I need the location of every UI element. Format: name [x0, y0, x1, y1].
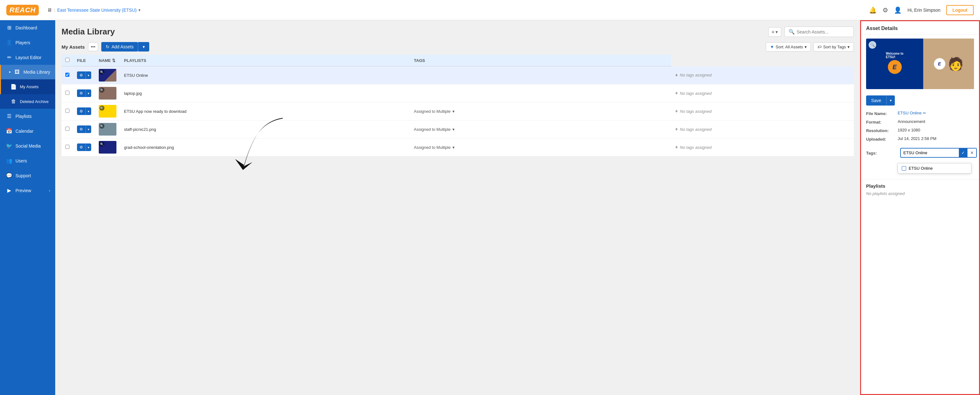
- tag-checkbox[interactable]: [902, 166, 906, 171]
- etsu-logo-circle: E: [888, 60, 902, 74]
- my-assets-icon: 📄: [10, 84, 17, 90]
- sort-by-tags-button[interactable]: 🏷 Sort by Tags ▾: [813, 42, 854, 51]
- sidebar-item-social-media[interactable]: 🐦 Social Media: [0, 138, 55, 153]
- tags-cell: + No tags assigned: [675, 90, 850, 96]
- logout-button[interactable]: Logout: [946, 5, 974, 15]
- settings-icon[interactable]: ⚙: [883, 6, 888, 14]
- playlist-expand-icon[interactable]: ▾: [452, 127, 455, 132]
- row-action-group: ⚙ ▾: [77, 90, 91, 97]
- row-action-button[interactable]: ⚙: [77, 144, 86, 151]
- row-checkbox-cell[interactable]: [62, 138, 73, 157]
- sidebar-item-layout-editor[interactable]: ✏ Layout Editor: [0, 50, 55, 65]
- row-thumbnail-cell: 🔍: [95, 102, 120, 120]
- sidebar-item-dashboard[interactable]: ⊞ Dashboard: [0, 20, 55, 35]
- table-row[interactable]: ⚙ ▾ 🔍 staff-picnic21.png: [62, 120, 854, 138]
- sidebar-item-playlists[interactable]: ☰ Playlists: [0, 109, 55, 123]
- uploaded-value: Jul 14, 2021 2:58 PM: [898, 136, 937, 141]
- users-icon: 👥: [6, 158, 12, 164]
- add-tag-button[interactable]: +: [675, 144, 678, 150]
- row-checkbox[interactable]: [65, 127, 69, 131]
- user-icon[interactable]: 👤: [894, 6, 902, 14]
- row-checkbox-cell[interactable]: [62, 66, 73, 85]
- row-action-button[interactable]: ⚙: [77, 90, 86, 97]
- row-checkbox[interactable]: [65, 73, 69, 77]
- add-tag-button[interactable]: +: [675, 109, 678, 114]
- row-action-dropdown-button[interactable]: ▾: [86, 107, 91, 115]
- table-row[interactable]: ⚙ ▾ 🔍 grad-school-orientation.png: [62, 138, 854, 157]
- row-name-cell: laptop.jpg: [120, 85, 410, 102]
- uploaded-row: Uploaded: Jul 14, 2021 2:58 PM: [866, 136, 974, 142]
- row-action-cell: ⚙ ▾: [73, 66, 95, 85]
- row-checkbox[interactable]: [65, 145, 69, 149]
- save-dropdown-button[interactable]: ▾: [886, 96, 895, 106]
- row-checkbox-cell[interactable]: [62, 120, 73, 138]
- media-panel: Media Library ≡ ▾ 🔍 My Assets •••: [55, 20, 860, 395]
- row-action-button[interactable]: ⚙: [77, 107, 86, 115]
- tags-confirm-button[interactable]: ✓: [959, 149, 967, 157]
- row-thumbnail-cell: 🔍: [95, 120, 120, 138]
- playlists-column-header: PLAYLISTS: [120, 55, 410, 66]
- sidebar-label-support: Support: [16, 173, 31, 178]
- search-input[interactable]: [797, 29, 850, 34]
- row-action-dropdown-button[interactable]: ▾: [86, 144, 91, 151]
- notifications-icon[interactable]: 🔔: [869, 6, 877, 14]
- more-options-button[interactable]: •••: [88, 42, 99, 51]
- sidebar-item-players[interactable]: 👤 Players: [0, 35, 55, 50]
- add-tag-button[interactable]: +: [675, 72, 678, 78]
- playlist-expand-icon[interactable]: ▾: [452, 145, 455, 150]
- org-selector[interactable]: 🖥 : East Tennessee State University (ETS…: [47, 7, 140, 13]
- sidebar-item-users[interactable]: 👥 Users: [0, 153, 55, 168]
- add-tag-button[interactable]: +: [675, 126, 678, 132]
- row-action-button[interactable]: ⚙: [77, 125, 86, 133]
- tags-cell: + No tags assigned: [675, 126, 850, 132]
- sidebar-item-calendar[interactable]: 📅 Calendar: [0, 123, 55, 138]
- select-all-header[interactable]: [62, 55, 73, 66]
- preview-arrow-icon: ›: [49, 189, 50, 192]
- tags-input[interactable]: [901, 149, 959, 157]
- sidebar-label-players: Players: [16, 40, 30, 45]
- table-row[interactable]: ⚙ ▾ 🔍 ETSU App now ready to download: [62, 102, 854, 120]
- no-tags-label: No tags assigned: [680, 127, 711, 132]
- row-action-cell: ⚙ ▾: [73, 138, 95, 157]
- tags-dropdown-item[interactable]: ETSU Online: [898, 163, 971, 173]
- row-action-dropdown-button[interactable]: ▾: [86, 90, 91, 97]
- media-library-icon: 🖼: [14, 69, 20, 75]
- person-emoji: 🧑: [948, 56, 964, 71]
- tags-cancel-button[interactable]: ✕: [967, 149, 976, 157]
- row-action-dropdown-button[interactable]: ▾: [86, 71, 91, 79]
- tag-icon: 🏷: [818, 45, 822, 49]
- playlist-expand-icon[interactable]: ▾: [452, 109, 455, 114]
- tags-input-area: ✓ ✕: [900, 148, 977, 158]
- row-checkbox-cell[interactable]: [62, 85, 73, 102]
- details-header: Asset Details: [861, 21, 979, 35]
- row-action-dropdown-button[interactable]: ▾: [86, 125, 91, 133]
- add-tag-button[interactable]: +: [675, 90, 678, 96]
- row-checkbox[interactable]: [65, 91, 69, 95]
- select-all-checkbox[interactable]: [65, 58, 69, 62]
- row-checkbox[interactable]: [65, 109, 69, 113]
- add-assets-dropdown-button[interactable]: ▾: [138, 42, 149, 51]
- row-action-button[interactable]: ⚙: [77, 71, 86, 79]
- sidebar-item-preview[interactable]: ▶ Preview ›: [0, 183, 55, 198]
- add-assets-button[interactable]: ↻ Add Assets: [101, 42, 138, 51]
- thumb-search-icon: 🔍: [100, 88, 104, 92]
- welcome-text: Welcome toETSU!: [886, 52, 904, 59]
- view-toggle-button[interactable]: ≡ ▾: [768, 27, 781, 37]
- sidebar-item-my-assets[interactable]: 📄 My Assets: [0, 79, 55, 94]
- file-name-value[interactable]: ETSU Online ✏: [898, 110, 926, 115]
- save-button[interactable]: Save: [866, 96, 886, 106]
- logo[interactable]: REACH: [6, 5, 39, 16]
- sidebar-item-deleted-archive[interactable]: 🗑 Deleted Archive: [0, 94, 55, 109]
- sidebar-item-support[interactable]: 💬 Support: [0, 168, 55, 183]
- no-tags-label: No tags assigned: [680, 109, 711, 114]
- refresh-icon: ↻: [106, 44, 110, 49]
- table-row[interactable]: ⚙ ▾ 🔍 ETSU Online: [62, 66, 854, 85]
- sidebar-item-media-library[interactable]: ▾ 🖼 Media Library: [0, 65, 55, 79]
- filter-all-assets-button[interactable]: ▼ Sort: All Assets ▾: [766, 42, 811, 51]
- sidebar-label-layout-editor: Layout Editor: [16, 55, 41, 60]
- row-checkbox-cell[interactable]: [62, 102, 73, 120]
- assets-header: My Assets ••• ↻ Add Assets ▾ ▼: [62, 42, 854, 51]
- table-row[interactable]: ⚙ ▾ 🔍 laptop.jpg: [62, 85, 854, 102]
- name-sort-icon[interactable]: ⇅: [112, 58, 116, 63]
- resolution-value: 1920 x 1080: [898, 128, 920, 133]
